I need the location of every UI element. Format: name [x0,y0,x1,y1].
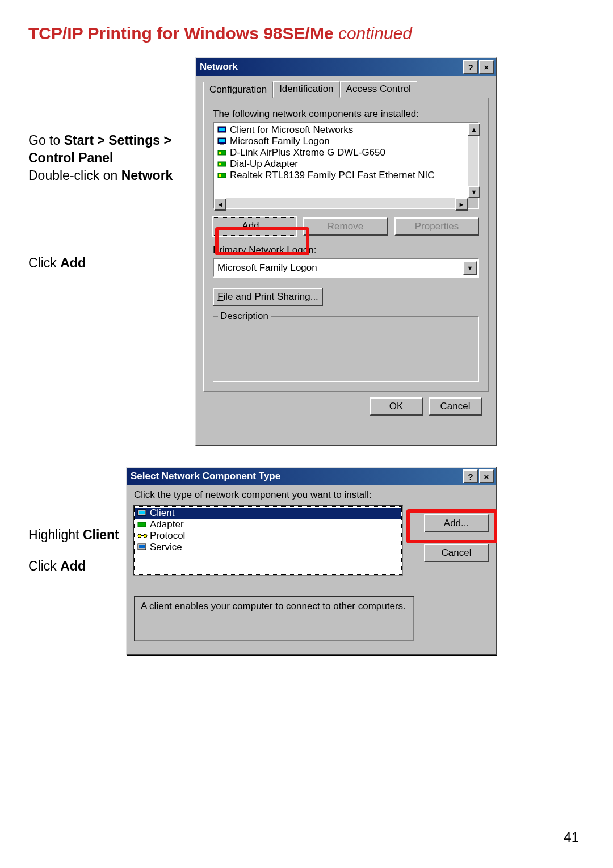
instr2-pre: Double-click on [28,168,121,183]
component-type-listbox[interactable]: Client Adapter Protocol Service [134,506,402,575]
help-button[interactable]: ? [463,60,478,74]
left-icon: ◄ [217,201,224,208]
primary-logon-value: Microsoft Family Logon [217,262,463,274]
svg-rect-14 [138,522,146,527]
list-item-label: Adapter [150,519,184,530]
primary-logon-label: Primary Network Logon: [213,245,479,256]
instr5-bold: Add [60,559,86,573]
select-prompt: Click the type of network component you … [134,489,489,501]
page-title-main: TCP/IP Printing for Windows 98SE/Me [28,24,334,43]
instr5-pre: Click [28,559,60,573]
instruction-2: Click Add [28,254,86,272]
description-box: A client enables your computer to connec… [134,596,414,641]
tab-configuration[interactable]: Configuration [203,82,273,98]
adapter-icon [216,170,229,181]
list-item-client[interactable]: Client [135,508,401,519]
components-label: The following network components are ins… [213,108,479,120]
list-item[interactable]: Microsoft Family Logon [215,136,467,147]
svg-rect-5 [220,144,224,145]
adapter-icon [216,159,229,169]
page-number: 41 [564,829,579,845]
list-item-label: Protocol [150,530,185,542]
close-button[interactable]: × [479,469,494,483]
network-titlebar[interactable]: Network ? × [196,58,496,76]
scroll-left-button[interactable]: ◄ [214,198,226,211]
horizontal-scrollbar[interactable]: ◄ ► [214,198,468,208]
svg-rect-19 [139,545,145,548]
list-item-label: Client for Microsoft Networks [230,124,353,136]
select-component-dialog: Select Network Component Type ? × Click … [126,467,497,655]
page-title-cont: continued [334,24,412,43]
description-group-title: Description [218,311,271,322]
tab-panel-configuration: The following network components are ins… [203,98,489,392]
svg-rect-13 [139,511,145,514]
help-icon: ? [468,62,473,72]
protocol-icon [136,531,149,541]
list-item[interactable]: Realtek RTL8139 Family PCI Fast Ethernet… [215,170,467,181]
cancel-button[interactable]: Cancel [424,544,489,562]
list-item-label: Client [150,508,174,519]
svg-rect-7 [219,152,221,154]
svg-point-16 [138,534,141,538]
client-icon [136,508,149,518]
svg-rect-9 [219,163,221,165]
client-icon [216,125,229,135]
down-icon: ▼ [471,188,477,195]
scroll-right-button[interactable]: ► [455,198,468,211]
list-item[interactable]: Dial-Up Adapter [215,158,467,170]
properties-button[interactable]: Properties [394,217,479,236]
add-button[interactable]: Add... [213,217,296,236]
dropdown-arrow[interactable]: ▼ [463,261,477,275]
network-dialog: Network ? × Configuration Identification… [195,57,497,446]
right-icon: ► [459,201,465,208]
network-title: Network [200,61,462,73]
list-item-label: D-Link AirPlus Xtreme G DWL-G650 [230,147,385,158]
list-item-adapter[interactable]: Adapter [135,519,401,530]
instr4-pre: Highlight [28,527,83,542]
select-titlebar[interactable]: Select Network Component Type ? × [127,468,496,485]
components-listbox[interactable]: Client for Microsoft Networks Microsoft … [213,122,479,209]
close-button[interactable]: × [479,60,494,74]
list-item-service[interactable]: Service [135,542,401,553]
tab-identification[interactable]: Identification [273,81,339,98]
adapter-icon [216,148,229,158]
list-item-label: Dial-Up Adapter [230,158,298,170]
list-item-protocol[interactable]: Protocol [135,530,401,542]
remove-button[interactable]: Remove [303,217,388,236]
cancel-button[interactable]: Cancel [429,397,482,416]
scroll-corner [468,198,478,208]
close-icon: × [484,472,489,481]
instruction-3: Highlight Client [28,526,119,544]
tab-access-control[interactable]: Access Control [340,81,417,98]
instruction-4: Click Add [28,557,86,575]
ok-button[interactable]: OK [370,397,423,416]
instr3-bold: Add [60,255,86,270]
help-button[interactable]: ? [463,469,478,483]
chevron-down-icon: ▼ [467,265,473,271]
list-item[interactable]: D-Link AirPlus Xtreme G DWL-G650 [215,147,467,158]
page-title: TCP/IP Printing for Windows 98SE/Me cont… [28,24,412,43]
close-icon: × [484,62,489,72]
list-item-label: Realtek RTL8139 Family PCI Fast Ethernet… [230,170,435,181]
adapter-icon [136,519,149,530]
list-item-label: Microsoft Family Logon [230,136,330,147]
list-item[interactable]: Client for Microsoft Networks [215,124,467,136]
instruction-1: Go to Start > Settings > Control Panel D… [28,132,187,184]
instr2-bold: Network [121,168,173,183]
tab-strip: Configuration Identification Access Cont… [203,81,489,98]
svg-point-17 [144,534,147,538]
up-icon: ▲ [471,126,477,133]
instr1-pre: Go to [28,133,64,148]
primary-logon-dropdown[interactable]: Microsoft Family Logon ▼ [213,258,479,278]
description-text: A client enables your computer to connec… [141,601,406,611]
scroll-up-button[interactable]: ▲ [468,123,480,136]
vertical-scrollbar[interactable]: ▲ ▼ [468,123,478,198]
file-print-sharing-button[interactable]: File and Print Sharing... [213,288,323,306]
list-item-label: Service [150,542,182,553]
add-button[interactable]: Add... [424,514,489,532]
instr3-pre: Click [28,255,60,270]
instr4-bold: Client [83,527,119,542]
svg-rect-11 [219,174,221,177]
svg-rect-2 [220,132,224,133]
scroll-down-button[interactable]: ▼ [468,186,480,198]
